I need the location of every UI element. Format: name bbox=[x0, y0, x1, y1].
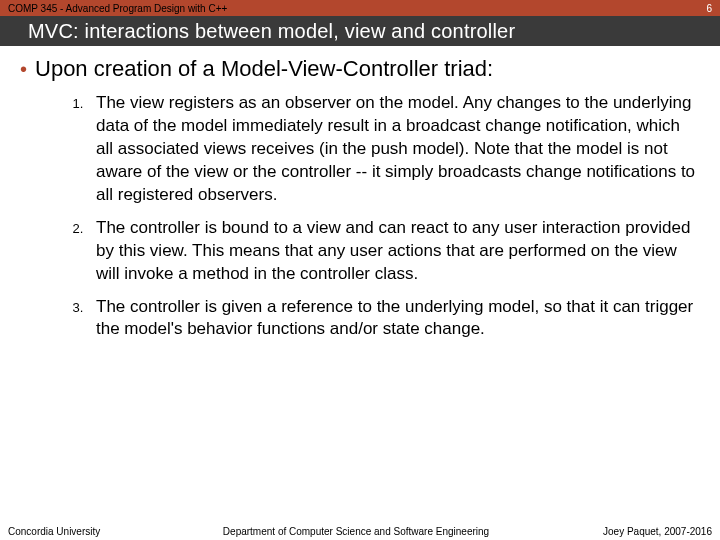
slide-title: MVC: interactions between model, view an… bbox=[28, 20, 515, 43]
list-item: 2. The controller is bound to a view and… bbox=[60, 217, 700, 286]
item-number: 1. bbox=[60, 92, 96, 207]
lead-bullet: • Upon creation of a Model-View-Controll… bbox=[20, 56, 700, 82]
bullet-icon: • bbox=[20, 59, 27, 79]
title-bar: MVC: interactions between model, view an… bbox=[0, 16, 720, 46]
item-text: The view registers as an observer on the… bbox=[96, 92, 700, 207]
item-number: 3. bbox=[60, 296, 96, 342]
course-title: COMP 345 - Advanced Program Design with … bbox=[8, 3, 227, 14]
ordered-list: 1. The view registers as an observer on … bbox=[60, 92, 700, 341]
item-text: The controller is given a reference to t… bbox=[96, 296, 700, 342]
lead-bullet-text: Upon creation of a Model-View-Controller… bbox=[35, 56, 493, 82]
item-number: 2. bbox=[60, 217, 96, 286]
slide: COMP 345 - Advanced Program Design with … bbox=[0, 0, 720, 540]
footer-left: Concordia University bbox=[0, 526, 180, 537]
footer-right: Joey Paquet, 2007-2016 bbox=[532, 526, 712, 537]
list-item: 3. The controller is given a reference t… bbox=[60, 296, 700, 342]
page-number: 6 bbox=[706, 3, 712, 14]
slide-body: • Upon creation of a Model-View-Controll… bbox=[20, 56, 700, 351]
top-strip: COMP 345 - Advanced Program Design with … bbox=[0, 0, 720, 16]
footer: Concordia University Department of Compu… bbox=[0, 522, 720, 540]
list-item: 1. The view registers as an observer on … bbox=[60, 92, 700, 207]
item-text: The controller is bound to a view and ca… bbox=[96, 217, 700, 286]
footer-center: Department of Computer Science and Softw… bbox=[180, 526, 532, 537]
